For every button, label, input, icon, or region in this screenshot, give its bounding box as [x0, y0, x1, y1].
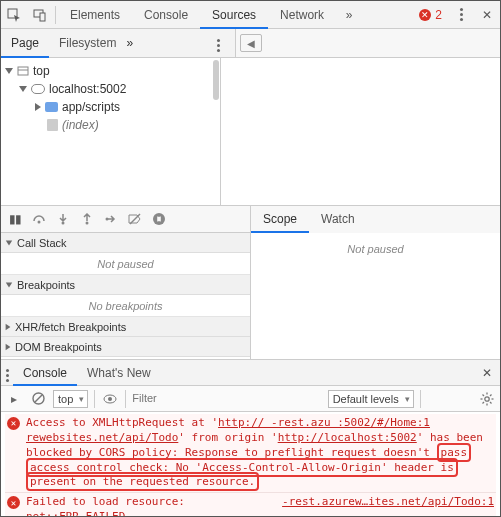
show-navigator-icon[interactable]: ◀: [240, 34, 262, 52]
panel-breakpoints[interactable]: Breakpoints: [1, 275, 250, 295]
file-icon: [47, 119, 58, 131]
step-over-icon[interactable]: [31, 211, 47, 227]
tab-filesystem[interactable]: Filesystem: [49, 29, 126, 58]
close-devtools-icon[interactable]: ✕: [474, 1, 500, 29]
main-tabbar: Elements Console Sources Network » ✕ 2 ✕: [1, 1, 500, 29]
svg-point-21: [485, 396, 489, 400]
drawer-handle-icon[interactable]: [1, 366, 13, 380]
svg-rect-2: [40, 13, 45, 21]
source-editor[interactable]: [221, 58, 500, 205]
file-tree-pane: top localhost:5002 app/scripts (index): [1, 58, 221, 205]
sources-split: top localhost:5002 app/scripts (index): [1, 58, 500, 206]
log-level-selector[interactable]: Default levels: [328, 390, 414, 408]
scope-empty: Not paused: [251, 233, 500, 359]
device-toggle-icon[interactable]: [27, 1, 53, 29]
svg-point-20: [108, 397, 112, 401]
tree-top[interactable]: top: [5, 62, 216, 80]
drawer: Console What's New ✕ ▸ top Default level…: [1, 360, 500, 517]
tab-scope[interactable]: Scope: [251, 206, 309, 233]
sources-subnav: Page Filesystem » ◀: [1, 29, 500, 58]
panel-callstack[interactable]: Call Stack: [1, 233, 250, 253]
tab-console[interactable]: Console: [132, 1, 200, 29]
close-drawer-icon[interactable]: ✕: [474, 366, 500, 380]
deactivate-bp-icon[interactable]: [127, 211, 143, 227]
error-dot-icon: ✕: [419, 9, 431, 21]
clear-console-icon[interactable]: [29, 390, 47, 408]
panel-xhr-bp[interactable]: XHR/fetch Breakpoints: [1, 317, 250, 337]
scrollbar[interactable]: [213, 60, 219, 100]
tab-sources[interactable]: Sources: [200, 1, 268, 29]
tree-folder[interactable]: app/scripts: [35, 98, 216, 116]
svg-rect-3: [18, 67, 28, 75]
pause-exceptions-icon[interactable]: [151, 211, 167, 227]
sidebar-toggle-icon[interactable]: ▸: [5, 390, 23, 408]
tab-drawer-console[interactable]: Console: [13, 360, 77, 386]
context-selector[interactable]: top: [53, 390, 88, 408]
step-into-icon[interactable]: [55, 211, 71, 227]
debugger-toolbar: ▮▮ Scope Watch: [1, 206, 500, 233]
svg-line-26: [483, 394, 485, 396]
tree-file[interactable]: (index): [35, 116, 216, 134]
navigator-menu-icon[interactable]: [217, 36, 235, 50]
navigator-tabs: Page Filesystem »: [1, 29, 236, 57]
more-navigator-icon[interactable]: »: [126, 36, 148, 50]
debug-panels: Call Stack Not paused Breakpoints No bre…: [1, 233, 500, 360]
panel-dom-bp[interactable]: DOM Breakpoints: [1, 337, 250, 357]
breakpoints-empty: No breakpoints: [1, 295, 250, 317]
inspect-icon[interactable]: [1, 1, 27, 29]
console-error-cors[interactable]: ✕ Access to XMLHttpRequest at 'http:// -…: [5, 414, 496, 493]
console-filter-input[interactable]: [132, 390, 270, 408]
svg-line-18: [35, 395, 42, 402]
more-tabs-icon[interactable]: »: [336, 1, 362, 29]
svg-point-8: [106, 218, 109, 221]
pause-icon[interactable]: ▮▮: [7, 211, 23, 227]
live-expression-icon[interactable]: [101, 390, 119, 408]
kebab-menu-icon[interactable]: [448, 1, 474, 29]
tree-host[interactable]: localhost:5002: [19, 80, 216, 98]
callstack-empty: Not paused: [1, 253, 250, 275]
svg-line-29: [490, 394, 492, 396]
console-body: ✕ Access to XMLHttpRequest at 'http:// -…: [1, 412, 500, 517]
cloud-icon: [31, 84, 45, 94]
error-icon: ✕: [7, 417, 20, 430]
error-icon: ✕: [7, 496, 20, 509]
svg-rect-16: [160, 217, 161, 222]
console-settings-icon[interactable]: [478, 390, 496, 408]
editor-toolbar: ◀: [236, 29, 500, 57]
folder-icon: [45, 102, 58, 112]
error-count: 2: [435, 8, 442, 22]
tab-page[interactable]: Page: [1, 29, 49, 58]
tab-watch[interactable]: Watch: [309, 206, 367, 233]
tab-elements[interactable]: Elements: [58, 1, 132, 29]
svg-point-6: [62, 222, 65, 225]
svg-line-28: [483, 402, 485, 404]
step-out-icon[interactable]: [79, 211, 95, 227]
console-error-load[interactable]: ✕ Failed to load resource: net::ERR_FAIL…: [5, 493, 496, 517]
window-icon: [17, 65, 29, 77]
error-source-link[interactable]: -rest.azurew…ites.net/api/Todo:1: [282, 495, 494, 517]
svg-rect-15: [157, 217, 158, 222]
console-toolbar: ▸ top Default levels: [1, 386, 500, 412]
tab-whats-new[interactable]: What's New: [77, 360, 161, 386]
error-count-pill[interactable]: ✕ 2: [413, 8, 448, 22]
svg-point-7: [86, 222, 89, 225]
svg-line-27: [490, 402, 492, 404]
step-icon[interactable]: [103, 211, 119, 227]
svg-point-5: [38, 221, 41, 224]
tab-network[interactable]: Network: [268, 1, 336, 29]
